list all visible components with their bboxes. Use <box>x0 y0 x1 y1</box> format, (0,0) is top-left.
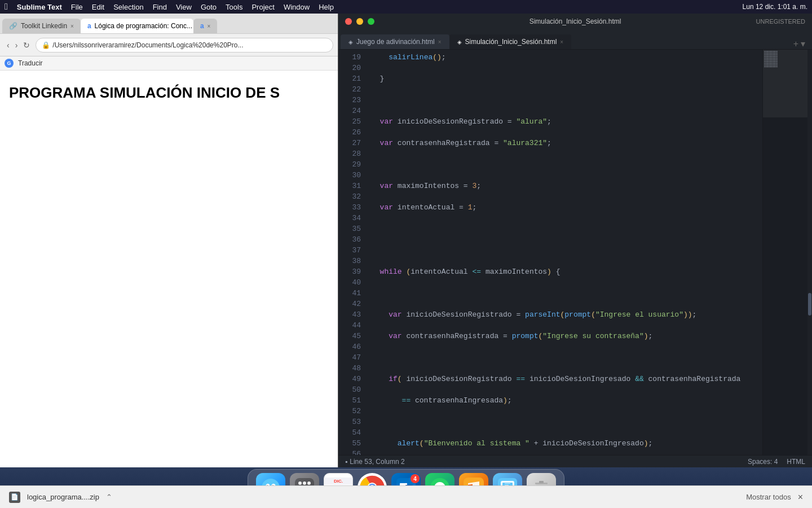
tab-add-icon: + <box>793 39 798 49</box>
menu-tools[interactable]: Tools <box>226 3 242 11</box>
translate-bar: G Traducir <box>0 56 338 71</box>
translate-label[interactable]: Traducir <box>18 59 43 67</box>
window-minimize-button[interactable] <box>356 18 363 25</box>
menu-sublime-text[interactable]: Sublime Text <box>17 3 62 11</box>
menu-file[interactable]: File <box>71 3 83 11</box>
window-close-button[interactable] <box>345 18 352 25</box>
status-position: Line 53, Column 2 <box>350 458 404 466</box>
address-bar: 🔒 /Users/nilssonriveraramirez/Documents/… <box>36 38 333 52</box>
minimap-content: ████████████████████ ███████████████████… <box>763 50 807 455</box>
tab-label-1: Toolkit Linkedin <box>21 22 67 30</box>
sublime-panel: Simulación_Inicio_Sesión.html UNREGISTER… <box>338 14 812 467</box>
sublime-titlebar: Simulación_Inicio_Sesión.html UNREGISTER… <box>338 14 812 29</box>
calendar-month: DIC. <box>324 478 352 485</box>
reload-button[interactable]: ↻ <box>21 40 32 51</box>
close-download-button[interactable]: × <box>798 492 803 502</box>
browser-content: PROGRAMA SIMULACIÓN INICIO DE S <box>0 71 338 467</box>
status-syntax: HTML <box>787 458 805 466</box>
menu-window[interactable]: Window <box>284 3 310 11</box>
code-editor: 1920212223242526272829303132333435363738… <box>338 50 812 455</box>
tab-chevron-icon: ▾ <box>801 38 805 49</box>
unregistered-label: UNREGISTERED <box>756 18 805 25</box>
sublime-tab-2[interactable]: ◈ Simulación_Inicio_Sesión.html × <box>449 34 572 49</box>
tab-close-1[interactable]: × <box>70 23 74 29</box>
download-chevron-icon[interactable]: ⌃ <box>106 493 112 501</box>
menu-view[interactable]: View <box>176 3 192 11</box>
url-box[interactable]: 🔒 /Users/nilssonriveraramirez/Documents/… <box>36 38 333 52</box>
menu-help[interactable]: Help <box>319 3 334 11</box>
menu-find[interactable]: Find <box>153 3 167 11</box>
browser-toolbar: ‹ › ↻ 🔒 /Users/nilssonriveraramirez/Docu… <box>0 34 338 56</box>
window-title: Simulación_Inicio_Sesión.html <box>529 17 621 25</box>
menu-selection[interactable]: Selection <box>113 3 143 11</box>
download-filename: logica_programa....zip <box>27 493 99 501</box>
tab-favicon-2: a <box>87 22 91 30</box>
sublime-tab-1[interactable]: ◈ Juego de adivinación.html × <box>341 34 449 49</box>
taskbar-area: 📄 logica_programa....zip ⌃ Mostrar todos… <box>0 467 812 508</box>
menubar-right: Lun 12 dic. 1:01 a. m. <box>743 3 807 11</box>
sublime-tabs: ◈ Juego de adivinación.html × ◈ Simulaci… <box>338 29 812 50</box>
window-maximize-button[interactable] <box>368 18 374 25</box>
back-button[interactable]: ‹ <box>5 40 12 51</box>
download-bar: 📄 logica_programa....zip ⌃ Mostrar todos… <box>0 485 812 508</box>
editor-scrollbar[interactable] <box>807 50 812 455</box>
translate-icon: G <box>5 59 14 68</box>
download-file-icon: 📄 <box>9 492 20 503</box>
browser-tab-3[interactable]: a × <box>193 19 218 33</box>
main-layout: 🔗 Toolkit Linkedin × a Lógica de program… <box>0 14 812 467</box>
outlook-badge: 4 <box>411 474 420 483</box>
tab-add-button[interactable]: + ▾ <box>789 38 810 49</box>
tab-label-2: Lógica de programación: Conc... <box>95 22 192 30</box>
svg-rect-35 <box>505 483 510 484</box>
apple-menu[interactable]:  <box>5 2 8 12</box>
svg-point-7 <box>303 481 306 485</box>
forward-button[interactable]: › <box>13 40 20 51</box>
svg-point-6 <box>298 481 302 485</box>
browser-tab-1[interactable]: 🔗 Toolkit Linkedin × <box>2 19 81 33</box>
url-text: /Users/nilssonriveraramirez/Documents/Lo… <box>52 41 243 49</box>
sublime-tab-close-1[interactable]: × <box>438 39 442 45</box>
browser-tab-2[interactable]: a Lógica de programación: Conc... × <box>81 19 193 33</box>
menubar-time: Lun 12 dic. 1:01 a. m. <box>743 3 807 11</box>
status-bar: ▪ Line 53, Column 2 Spaces: 4 HTML <box>338 455 812 467</box>
minimap[interactable]: ████████████████████ ███████████████████… <box>762 50 807 455</box>
lock-icon: 🔒 <box>42 41 50 49</box>
nav-arrows: ‹ › ↻ <box>5 40 32 51</box>
svg-rect-39 <box>539 481 544 483</box>
sublime-tab-label-1: Juego de adivinación.html <box>356 38 435 46</box>
menu-edit[interactable]: Edit <box>92 3 104 11</box>
scrollbar-thumb[interactable] <box>808 293 811 316</box>
menubar:  Sublime Text File Edit Selection Find … <box>0 0 812 14</box>
line-numbers: 1920212223242526272829303132333435363738… <box>338 50 367 455</box>
browser-tab-bar: 🔗 Toolkit Linkedin × a Lógica de program… <box>0 14 338 34</box>
show-all-button[interactable]: Mostrar todos <box>746 493 791 501</box>
sublime-tab-close-2[interactable]: × <box>560 39 563 45</box>
menu-project[interactable]: Project <box>251 3 274 11</box>
status-spaces: Spaces: 4 <box>748 458 778 466</box>
tab1-icon: ◈ <box>348 39 353 45</box>
status-indicator: ▪ <box>345 458 347 466</box>
browser-panel: 🔗 Toolkit Linkedin × a Lógica de program… <box>0 14 338 467</box>
status-bar-right: Spaces: 4 HTML <box>748 458 805 466</box>
svg-point-8 <box>307 481 311 485</box>
tab-favicon-3: a <box>200 22 204 30</box>
tab2-icon: ◈ <box>457 39 462 45</box>
menu-goto[interactable]: Goto <box>201 3 217 11</box>
sublime-tab-label-2: Simulación_Inicio_Sesión.html <box>465 38 557 46</box>
tab-close-3[interactable]: × <box>208 23 211 29</box>
page-heading: PROGRAMA SIMULACIÓN INICIO DE S <box>9 84 329 102</box>
code-content[interactable]: salirLinea(); } var inicioDeSesionRegist… <box>367 50 762 455</box>
tab-favicon-1: 🔗 <box>9 22 17 30</box>
